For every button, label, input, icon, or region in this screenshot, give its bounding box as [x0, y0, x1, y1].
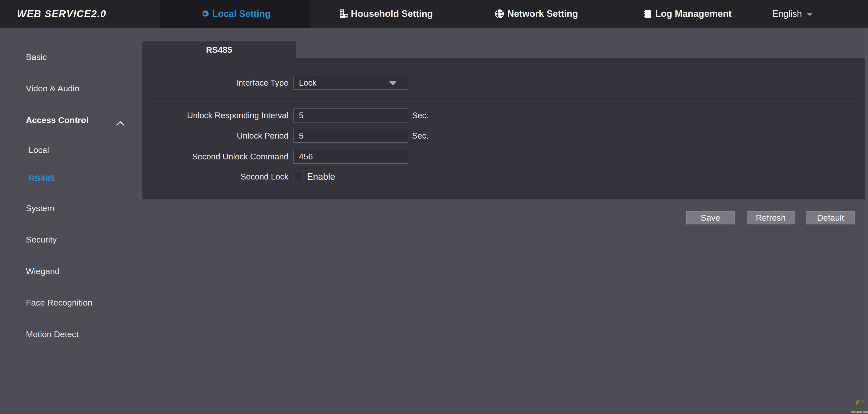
gear-icon	[200, 9, 210, 19]
sidebar-item-wiegand[interactable]: Wiegand	[0, 266, 141, 277]
select-caret-icon	[389, 81, 397, 86]
language-label: English	[772, 8, 802, 19]
second-unlock-command-label: Second Unlock Command	[142, 152, 288, 162]
tab-network-setting[interactable]: Network Setting	[461, 0, 612, 28]
second-lock-enable-label: Enable	[307, 171, 335, 182]
interface-type-value: Lock	[299, 78, 316, 88]
sidebar-item-basic[interactable]: Basic	[0, 52, 141, 63]
sidebar-item-video-audio[interactable]: Video & Audio	[0, 83, 141, 94]
tab-label: Household Setting	[351, 8, 433, 19]
building-icon	[338, 8, 348, 19]
unlock-responding-interval-unit: Sec.	[412, 110, 429, 121]
app-logo: WEB SERVICE2.0	[17, 0, 106, 28]
sidebar-item-security[interactable]: Security	[0, 234, 141, 245]
chevron-up-icon	[116, 118, 125, 129]
globe-icon	[494, 8, 505, 19]
leaf-icon	[854, 402, 865, 407]
tab-rs485-page[interactable]: RS485	[142, 41, 296, 58]
sidebar-item-local[interactable]: Local	[0, 145, 141, 155]
top-bar: WEB SERVICE2.0 Local Setting	[0, 0, 868, 28]
tab-log-management[interactable]: Log Management	[612, 0, 762, 28]
watermark-title: HoGaKi	[851, 407, 868, 411]
watermark-subtitle: Home - garden - kitchen	[851, 411, 868, 413]
vertical-scrollbar[interactable]	[865, 28, 868, 414]
default-button[interactable]: Default	[806, 212, 855, 225]
notebook-icon	[642, 8, 653, 19]
sidebar-item-system[interactable]: System	[0, 202, 141, 214]
unlock-responding-interval-input[interactable]	[293, 108, 408, 123]
second-lock-checkbox[interactable]	[293, 171, 303, 181]
second-unlock-command-input[interactable]	[293, 150, 408, 164]
tab-label: Log Management	[655, 8, 732, 19]
watermark-logo: HoGaKi Home - garden - kitchen	[851, 399, 868, 413]
tab-label: Network Setting	[507, 8, 578, 19]
sidebar-item-face-recognition[interactable]: Face Recognition	[0, 297, 141, 308]
form-divider	[151, 98, 856, 99]
unlock-period-label: Unlock Period	[142, 131, 288, 141]
interface-type-label: Interface Type	[142, 78, 288, 88]
language-selector[interactable]: English	[764, 0, 822, 28]
web-service-page: WEB SERVICE2.0 Local Setting	[0, 0, 868, 414]
unlock-responding-interval-label: Unlock Responding Interval	[142, 110, 288, 121]
unlock-period-unit: Sec.	[412, 131, 429, 141]
sidebar-item-rs485[interactable]: RS485	[0, 173, 141, 184]
second-lock-label: Second Lock	[142, 172, 288, 182]
tab-local-setting[interactable]: Local Setting	[160, 0, 310, 28]
tab-label: Local Setting	[212, 8, 271, 19]
interface-type-select[interactable]: Lock	[293, 76, 408, 90]
rs485-settings-panel: Interface Type Lock Unlock Responding In…	[142, 58, 865, 199]
save-button[interactable]: Save	[686, 212, 735, 225]
refresh-button[interactable]: Refresh	[747, 212, 795, 225]
sidebar-item-motion-detect[interactable]: Motion Detect	[0, 329, 141, 340]
chevron-down-icon	[806, 13, 813, 16]
tab-household-setting[interactable]: Household Setting	[310, 0, 461, 28]
unlock-period-input[interactable]	[293, 129, 408, 143]
sidebar-item-access-control[interactable]: Access Control	[0, 115, 141, 126]
